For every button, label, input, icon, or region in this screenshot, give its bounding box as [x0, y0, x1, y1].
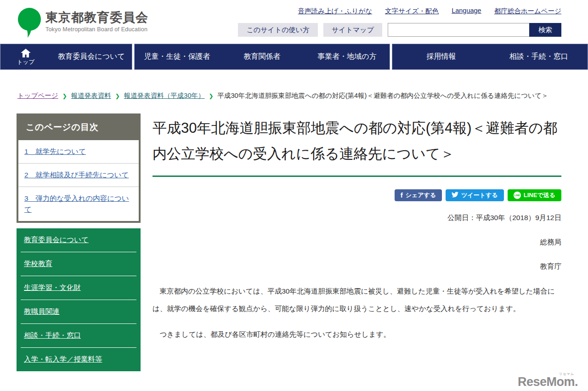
- share-button-label: LINEで送る: [524, 191, 555, 199]
- article: 平成30年北海道胆振東部地震への都の対応(第4報)＜避難者の都内公立学校への受入…: [153, 113, 561, 343]
- breadcrumb-separator-icon: ❯: [209, 93, 213, 99]
- line-icon: LINE: [514, 192, 521, 199]
- article-paragraph: 東京都内の公立学校においては、平成30年北海道胆振東部地震に被災し、避難した児童…: [153, 283, 561, 317]
- nav-item-students-parents[interactable]: 児童・生徒・保護者: [135, 44, 220, 69]
- utility-link-speech[interactable]: 音声読み上げ・ふりがな: [298, 7, 373, 16]
- share-buttons: f シェアする ツイートする LINE LINEで送る: [153, 189, 561, 201]
- how-to-use-button[interactable]: このサイトの使い方: [238, 23, 317, 37]
- resemom-watermark: リセマム ReseMom.: [518, 372, 578, 388]
- toc-item-2[interactable]: 2 就学相談及び手続先について: [18, 164, 139, 187]
- toc-item-3[interactable]: 3 弾力的な受入れの内容について: [18, 187, 139, 221]
- toc-title: このページの目次: [18, 115, 139, 140]
- side-menu-item-lifelong-learning[interactable]: 生涯学習・文化財: [17, 276, 141, 300]
- nav-item-about-board[interactable]: 教育委員会について: [51, 44, 132, 69]
- breadcrumb-separator-icon: ❯: [115, 93, 120, 99]
- page-title: 平成30年北海道胆振東部地震への都の対応(第4報)＜避難者の都内公立学校への受入…: [153, 115, 561, 167]
- breadcrumb-link-press[interactable]: 報道発表資料: [71, 92, 111, 99]
- byline-kyoikucho: 教育庁: [153, 262, 561, 272]
- nav-item-label: 教育関係者: [244, 52, 281, 62]
- side-menu-link[interactable]: 生涯学習・文化財: [24, 283, 81, 291]
- breadcrumb: トップページ❯報道発表資料❯報道発表資料（平成30年）❯平成30年北海道胆振東部…: [17, 88, 561, 103]
- search-box: 検索: [388, 23, 561, 37]
- side-menu: 教育委員会について 学校教育 生涯学習・文化財 教職員関連 相談・手続・窓口 入…: [17, 228, 141, 371]
- nav-item-label: 児童・生徒・保護者: [144, 52, 210, 62]
- nav-item-consultation[interactable]: 相談・手続・窓口: [490, 44, 588, 69]
- page-toc: このページの目次 1 就学先について 2 就学相談及び手続先について 3 弾力的…: [17, 113, 141, 223]
- article-paragraph: つきましては、都及び各区市町村の連絡先等についてお知らせします。: [153, 326, 561, 343]
- toc-link[interactable]: 1 就学先について: [24, 147, 86, 155]
- utility-links: 音声読み上げ・ふりがな 文字サイズ・配色 Language 都庁総合ホームページ: [298, 7, 561, 16]
- twitter-icon: [452, 192, 458, 199]
- side-menu-item-teachers[interactable]: 教職員関連: [17, 300, 141, 323]
- side-menu-item-about-board[interactable]: 教育委員会について: [17, 228, 141, 252]
- side-menu-item-consultation[interactable]: 相談・手続・窓口: [17, 323, 141, 347]
- nav-group-1: トップ 教育委員会について: [0, 44, 132, 70]
- nav-item-top[interactable]: トップ: [0, 44, 51, 69]
- side-menu-item-school-education[interactable]: 学校教育: [17, 252, 141, 276]
- side-menu-item-admission-tuition[interactable]: 入学・転入学／授業料等: [17, 347, 141, 371]
- line-share-button[interactable]: LINE LINEで送る: [508, 189, 561, 201]
- facebook-icon: f: [401, 191, 403, 199]
- site-title: 東京都教育委員会: [45, 10, 148, 25]
- nav-item-label: 事業者・地域の方: [317, 52, 376, 62]
- breadcrumb-separator-icon: ❯: [62, 93, 67, 99]
- watermark-logo: ReseMom.: [518, 375, 578, 389]
- facebook-share-button[interactable]: f シェアする: [395, 189, 442, 201]
- toc-item-1[interactable]: 1 就学先について: [18, 140, 139, 164]
- tokyo-ginkgo-logo-icon: [17, 7, 42, 38]
- share-button-label: シェアする: [406, 191, 436, 199]
- nav-item-recruitment[interactable]: 採用情報: [392, 44, 490, 69]
- global-nav: トップ 教育委員会について 児童・生徒・保護者 教育関係者 事業者・地域の方 採…: [0, 44, 588, 70]
- sidebar: このページの目次 1 就学先について 2 就学相談及び手続先について 3 弾力的…: [17, 113, 141, 371]
- nav-group-2: 児童・生徒・保護者 教育関係者 事業者・地域の方: [134, 44, 390, 70]
- nav-group-3: 採用情報 相談・手続・窓口: [392, 44, 588, 70]
- breadcrumb-link-home[interactable]: トップページ: [17, 92, 58, 99]
- home-icon: [21, 49, 31, 57]
- site-subtitle: Tokyo Metropolitan Board of Education: [45, 26, 148, 33]
- toc-link[interactable]: 3 弾力的な受入れの内容について: [24, 194, 129, 213]
- title-divider: [153, 176, 561, 177]
- nav-item-label: 採用情報: [426, 52, 456, 62]
- toc-link[interactable]: 2 就学相談及び手続先について: [24, 171, 129, 179]
- side-menu-link[interactable]: 学校教育: [24, 260, 52, 267]
- nav-item-business-community[interactable]: 事業者・地域の方: [305, 44, 390, 69]
- search-input[interactable]: [388, 23, 529, 37]
- publish-date: 公開日：平成30年（2018）9月12日: [153, 213, 561, 223]
- side-menu-link[interactable]: 教職員関連: [24, 307, 60, 315]
- breadcrumb-link-press-h30[interactable]: 報道発表資料（平成30年）: [124, 92, 205, 99]
- utility-link-tocho-home[interactable]: 都庁総合ホームページ: [494, 7, 561, 16]
- nav-item-label: 教育委員会について: [58, 52, 125, 62]
- nav-item-label: 相談・手続・窓口: [509, 52, 568, 62]
- utility-link-fontsize[interactable]: 文字サイズ・配色: [385, 7, 439, 16]
- side-menu-link[interactable]: 相談・手続・窓口: [24, 331, 81, 339]
- nav-item-label: トップ: [17, 58, 34, 66]
- byline-somukyoku: 総務局: [153, 238, 561, 247]
- nav-item-educators[interactable]: 教育関係者: [220, 44, 305, 69]
- share-button-label: ツイートする: [461, 191, 498, 199]
- side-menu-link[interactable]: 教育委員会について: [24, 236, 89, 244]
- side-menu-link[interactable]: 入学・転入学／授業料等: [24, 355, 102, 363]
- twitter-share-button[interactable]: ツイートする: [446, 189, 504, 201]
- search-row: このサイトの使い方 サイトマップ 検索: [238, 23, 561, 37]
- sitemap-button[interactable]: サイトマップ: [323, 23, 382, 37]
- main-content: このページの目次 1 就学先について 2 就学相談及び手続先について 3 弾力的…: [0, 113, 588, 371]
- site-header: 東京都教育委員会 Tokyo Metropolitan Board of Edu…: [0, 0, 588, 44]
- breadcrumb-current: 平成30年北海道胆振東部地震への都の対応(第4報)＜避難者の都内公立学校への受入…: [218, 92, 548, 99]
- search-button[interactable]: 検索: [529, 23, 561, 37]
- utility-link-language[interactable]: Language: [452, 7, 481, 16]
- site-logo[interactable]: 東京都教育委員会 Tokyo Metropolitan Board of Edu…: [17, 7, 148, 38]
